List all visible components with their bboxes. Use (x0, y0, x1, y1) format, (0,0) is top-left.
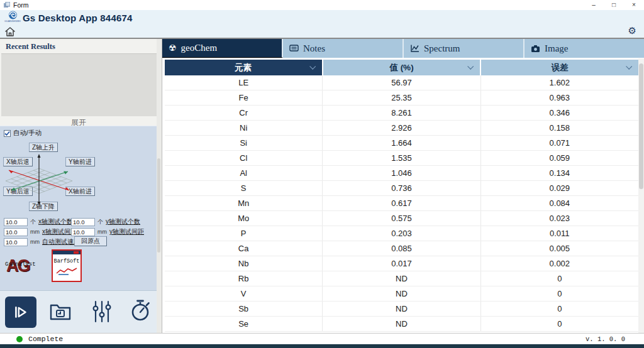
content-area: ☢ geoChem Notes Spectrum (162, 39, 644, 333)
table-row[interactable]: Cr 8.261 0.346 (165, 106, 638, 121)
results-table: LE 56.97 1.602 Fe 25.35 0.963 Cr 8.261 0… (165, 75, 638, 333)
table-row[interactable]: V ND 0 (165, 286, 638, 302)
auto-manual-checkbox-row[interactable]: 自动/手动 (4, 129, 42, 138)
column-header-value[interactable]: 值 (%) (323, 60, 480, 75)
table-row[interactable]: Se ND 0 (165, 317, 638, 332)
tab-geochem[interactable]: ☢ geoChem (162, 39, 283, 58)
stopwatch-icon (131, 298, 151, 322)
cell-element: LE (165, 75, 322, 90)
tab-image[interactable]: Image (525, 39, 644, 58)
table-row[interactable]: Cl 1.535 0.059 (165, 151, 638, 166)
main-area: Recent Results 展开 自动/手动 Z轴上升 X轴后退 Y轴前进 Y… (0, 39, 644, 333)
tab-notes-label: Notes (303, 43, 325, 54)
cell-error: 0.023 (480, 211, 638, 226)
table-scrollbar-thumb[interactable] (639, 63, 643, 189)
tab-image-label: Image (545, 43, 568, 54)
table-row[interactable]: Mo 0.575 0.023 (165, 211, 638, 226)
barfsoft-logo-chart (56, 266, 77, 275)
window-icon (4, 2, 10, 8)
cell-element: V (165, 286, 322, 301)
cell-error: 0 (480, 317, 638, 331)
test-param-input[interactable] (4, 218, 28, 226)
table-row[interactable]: Fe 25.35 0.963 (165, 90, 638, 106)
cell-error: 0.134 (480, 166, 638, 180)
window-title: Form (13, 1, 29, 9)
cell-element: Sb (165, 302, 322, 316)
maximize-button[interactable]: □ (604, 0, 624, 10)
home-button[interactable] (4, 26, 16, 37)
table-row[interactable]: Rb ND 0 (165, 271, 638, 286)
test-param-link[interactable]: y轴测试个数 (106, 217, 140, 226)
test-param-link[interactable]: y轴测试间距 (109, 227, 144, 236)
cell-element: Cl (165, 151, 322, 165)
z-axis-up-button[interactable]: Z轴上升 (29, 143, 58, 152)
test-param-row: 个 y轴测试个数 (71, 217, 140, 226)
window-titlebar: Form – □ × (0, 0, 644, 10)
status-indicator-icon (16, 336, 23, 342)
checkbox-checked-icon[interactable] (4, 130, 11, 137)
cell-element: Fe (165, 90, 322, 105)
tab-notes[interactable]: Notes (283, 39, 404, 58)
sidebar: Recent Results 展开 自动/手动 Z轴上升 X轴后退 Y轴前进 Y… (0, 39, 162, 333)
cell-element: Se (165, 317, 322, 331)
cell-value: ND (322, 271, 480, 286)
timer-button[interactable] (131, 298, 151, 322)
test-param-input[interactable] (71, 228, 95, 236)
tab-spectrum[interactable]: Spectrum (404, 39, 525, 58)
table-row[interactable]: LE 56.97 1.602 (165, 75, 638, 90)
table-row[interactable]: P 0.203 0.011 (165, 226, 638, 241)
column-header-error[interactable]: 误差 (481, 60, 638, 75)
barfsoft-logo: BarfSoft (52, 249, 82, 282)
test-param-input[interactable] (71, 218, 95, 226)
test-param-row: 个 x轴测试个数 (4, 217, 73, 226)
cell-value: 56.97 (322, 75, 480, 90)
test-param-unit: 个 (30, 218, 36, 226)
cell-error: 0.084 (480, 196, 638, 210)
close-button[interactable]: × (624, 0, 644, 10)
cell-element: Al (165, 166, 322, 180)
cell-value: 0.203 (322, 226, 480, 241)
table-row[interactable]: S 0.736 0.029 (165, 181, 638, 196)
cell-value: 0.617 (322, 196, 480, 210)
column-header-element[interactable]: 元素 (165, 60, 322, 75)
chevron-down-icon[interactable] (468, 63, 474, 70)
notes-icon (289, 44, 299, 53)
brand-logo-icon (8, 11, 18, 20)
table-row[interactable]: Mn 0.617 0.084 (165, 196, 638, 211)
table-row[interactable]: Ni 2.926 0.158 (165, 121, 638, 136)
cell-value: 25.35 (322, 90, 480, 105)
settings-button[interactable]: ⚙ (628, 25, 636, 36)
cell-value: ND (322, 286, 480, 301)
barfsoft-logo-titlebar (53, 251, 80, 254)
return-origin-button[interactable]: 回原点 (74, 236, 107, 246)
cell-value: 8.261 (322, 106, 480, 120)
start-test-button[interactable] (5, 296, 36, 328)
results-folder-button[interactable] (49, 302, 72, 322)
spectrum-icon (410, 44, 419, 53)
test-param-input[interactable] (4, 228, 28, 236)
tab-geochem-label: geoChem (181, 43, 218, 53)
recent-results-list[interactable] (1, 53, 157, 116)
table-row[interactable]: Ca 0.085 0.005 (165, 241, 638, 256)
bottom-strip (0, 344, 644, 348)
cell-value: ND (322, 302, 480, 316)
sidebar-scrollbar[interactable] (157, 39, 161, 333)
cell-error: 0 (480, 271, 638, 286)
cell-error: 1.602 (480, 75, 638, 90)
gsanalyst-logo: AG GsAnalyst (6, 252, 43, 280)
minimize-button[interactable]: – (584, 0, 604, 10)
version-label: v. 1. 0. 0 (586, 335, 625, 343)
cell-error: 0 (480, 286, 638, 301)
sliders-icon (92, 300, 111, 323)
chevron-down-icon[interactable] (309, 63, 316, 70)
table-row[interactable]: Sb ND 0 (165, 302, 638, 317)
table-row[interactable]: Nb 0.017 0.002 (165, 256, 638, 271)
sidebar-scrollbar-thumb[interactable] (157, 158, 160, 253)
table-scrollbar[interactable] (638, 58, 644, 333)
table-row[interactable]: Si 1.664 0.071 (165, 136, 638, 151)
settings-sliders-button[interactable] (92, 300, 111, 323)
table-row[interactable]: Al 1.046 0.134 (165, 166, 638, 181)
test-param-link[interactable]: x轴测试个数 (38, 217, 73, 226)
test-param-input[interactable] (4, 238, 28, 246)
chevron-down-icon[interactable] (626, 63, 632, 70)
